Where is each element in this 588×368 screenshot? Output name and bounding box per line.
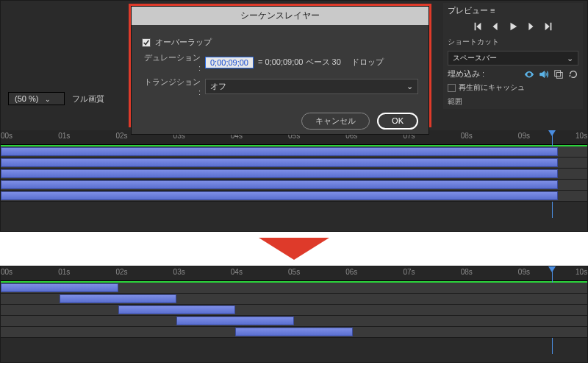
tick-label: 01s — [58, 268, 70, 276]
embed-label: 埋め込み : — [448, 68, 484, 79]
overlay-icon[interactable] — [553, 69, 564, 79]
tick-label: 00s — [1, 268, 12, 276]
svg-rect-0 — [555, 70, 561, 76]
clip[interactable] — [1, 169, 558, 178]
cache-label: 再生前にキャッシュ — [459, 82, 525, 93]
track[interactable] — [1, 169, 587, 180]
shortcut-value: スペースバー — [453, 53, 497, 63]
preview-footer: (50 %) ⌄ フル画質 — [8, 92, 104, 105]
clip[interactable] — [1, 283, 118, 292]
tick-label: 02s — [115, 268, 127, 276]
tick-label: 03s — [173, 268, 185, 276]
clip[interactable] — [176, 316, 294, 325]
time-ruler[interactable]: 00s01s02s03s04s05s06s07s08s09s10s — [1, 266, 587, 281]
loop-icon[interactable] — [568, 69, 578, 79]
transition-value: オフ — [210, 81, 226, 92]
sequence-layers-dialog: シーケンスレイヤー オーバーラップ デュレーション : 0;00;09;00 =… — [131, 6, 429, 135]
zoom-value: (50 %) — [15, 94, 38, 103]
track[interactable] — [1, 316, 587, 327]
clip[interactable] — [235, 328, 353, 336]
transition-label: トランジション : — [142, 77, 201, 96]
highlight-box: シーケンスレイヤー オーバーラップ デュレーション : 0;00;09;00 =… — [129, 4, 431, 127]
tick-label: 10s — [576, 268, 587, 276]
svg-rect-1 — [556, 72, 562, 78]
clip[interactable] — [1, 158, 558, 167]
tick-label: 09s — [518, 268, 530, 276]
track[interactable] — [1, 146, 587, 158]
chevron-down-icon: ⌄ — [45, 96, 51, 103]
track[interactable] — [1, 305, 587, 316]
skip-start-icon[interactable] — [473, 21, 483, 32]
ok-button[interactable]: OK — [377, 113, 418, 130]
transport-controls — [443, 18, 583, 35]
top-panel: (50 %) ⌄ フル画質 プレビュー ≡ ショートカット スペースバー ⌄ 埋… — [0, 0, 588, 232]
transition-select[interactable]: オフ ⌄ — [205, 79, 418, 94]
tick-label: 07s — [403, 268, 415, 276]
tick-label: 08s — [461, 268, 473, 276]
skip-end-icon[interactable] — [543, 21, 553, 32]
drop-label: ドロップ — [351, 57, 384, 68]
tracks-after — [1, 281, 587, 338]
track[interactable] — [1, 158, 587, 169]
zoom-select[interactable]: (50 %) ⌄ — [8, 92, 65, 105]
checkbox-icon — [448, 84, 456, 92]
tick-label: 09s — [518, 132, 530, 140]
cache-checkbox-row[interactable]: 再生前にキャッシュ — [443, 81, 583, 94]
shortcut-label: ショートカット — [443, 35, 583, 49]
chevron-down-icon: ⌄ — [406, 82, 413, 91]
clip[interactable] — [1, 191, 558, 200]
track[interactable] — [1, 283, 587, 294]
dialog-title: シーケンスレイヤー — [132, 7, 429, 25]
tick-label: 08s — [461, 132, 473, 140]
timeline-after: 00s01s02s03s04s05s06s07s08s09s10s — [1, 266, 587, 338]
clip[interactable] — [1, 147, 558, 156]
overlap-checkbox[interactable] — [142, 38, 151, 47]
eye-icon[interactable] — [524, 69, 534, 79]
quality-label: フル画質 — [72, 93, 104, 105]
duration-input[interactable]: 0;00;09;00 — [205, 57, 254, 68]
tick-label: 04s — [231, 268, 243, 276]
shortcut-select[interactable]: スペースバー ⌄ — [448, 51, 578, 66]
duration-equals: = 0;00;09;00 ベース 30 — [258, 57, 341, 68]
step-back-icon[interactable] — [490, 21, 501, 32]
bottom-panel: 00s01s02s03s04s05s06s07s08s09s10s — [0, 266, 588, 363]
cancel-button[interactable]: キャンセル — [301, 113, 370, 130]
playhead-icon[interactable] — [548, 266, 556, 272]
overlap-label: オーバーラップ — [155, 37, 212, 48]
track[interactable] — [1, 180, 587, 191]
tick-label: 06s — [345, 268, 357, 276]
play-icon[interactable] — [508, 21, 518, 32]
preview-title: プレビュー ≡ — [443, 3, 583, 18]
arrow-down-icon — [259, 238, 329, 260]
timeline-before: 00s01s02s03s04s05s06s07s08s09s10s — [1, 130, 587, 202]
playhead-icon[interactable] — [548, 130, 556, 136]
clip[interactable] — [1, 180, 558, 189]
embed-row: 埋め込み : — [443, 67, 583, 81]
tick-label: 00s — [1, 132, 12, 140]
tick-label: 01s — [58, 132, 70, 140]
duration-label: デュレーション : — [142, 52, 201, 72]
tick-label: 10s — [576, 132, 587, 140]
clip[interactable] — [118, 305, 236, 314]
speaker-icon[interactable] — [539, 69, 549, 79]
track[interactable] — [1, 327, 587, 338]
chevron-down-icon: ⌄ — [567, 54, 573, 63]
tick-label: 02s — [115, 132, 127, 140]
track[interactable] — [1, 294, 587, 305]
step-forward-icon[interactable] — [526, 21, 536, 32]
preview-panel: プレビュー ≡ ショートカット スペースバー ⌄ 埋め込み : — [443, 3, 583, 109]
track[interactable] — [1, 191, 587, 202]
tick-label: 05s — [288, 268, 300, 276]
clip[interactable] — [60, 294, 177, 303]
range-label: 範囲 — [443, 94, 583, 109]
tracks-before — [1, 145, 587, 202]
